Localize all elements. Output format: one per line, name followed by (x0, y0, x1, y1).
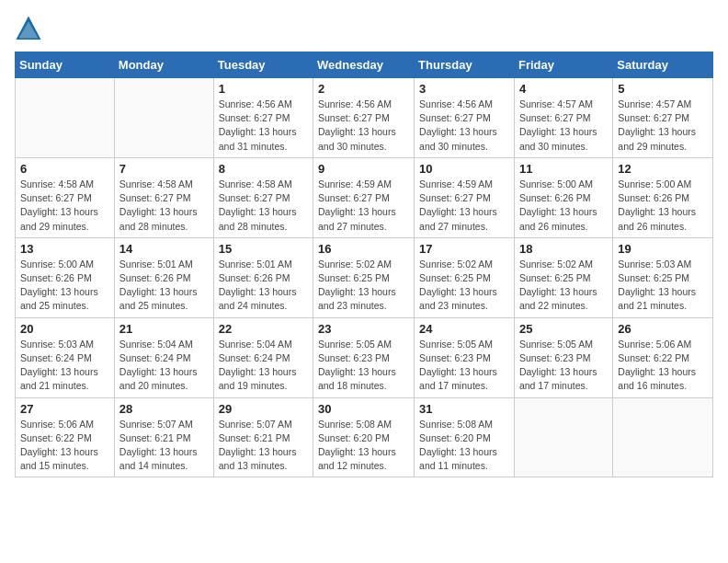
day-number: 9 (318, 162, 409, 176)
day-number: 10 (419, 162, 509, 176)
calendar-week-row: 13Sunrise: 5:00 AM Sunset: 6:26 PM Dayli… (16, 237, 713, 317)
day-number: 7 (119, 162, 209, 176)
calendar-day-cell: 8Sunrise: 4:58 AM Sunset: 6:27 PM Daylig… (213, 157, 313, 237)
day-info: Sunrise: 5:01 AM Sunset: 6:26 PM Dayligh… (119, 258, 209, 314)
calendar-day-cell: 11Sunrise: 5:00 AM Sunset: 6:26 PM Dayli… (514, 157, 612, 237)
calendar-day-cell: 1Sunrise: 4:56 AM Sunset: 6:27 PM Daylig… (213, 78, 313, 158)
day-info: Sunrise: 4:57 AM Sunset: 6:27 PM Dayligh… (519, 98, 608, 154)
day-info: Sunrise: 4:59 AM Sunset: 6:27 PM Dayligh… (318, 178, 409, 234)
weekday-header: Thursday (415, 52, 515, 78)
day-info: Sunrise: 5:07 AM Sunset: 6:21 PM Dayligh… (119, 418, 209, 474)
day-info: Sunrise: 5:08 AM Sunset: 6:20 PM Dayligh… (419, 418, 509, 474)
day-number: 6 (20, 162, 109, 176)
day-number: 29 (219, 402, 308, 416)
day-info: Sunrise: 5:02 AM Sunset: 6:25 PM Dayligh… (318, 258, 409, 314)
day-number: 16 (318, 242, 409, 256)
calendar-table: SundayMondayTuesdayWednesdayThursdayFrid… (15, 52, 713, 477)
day-info: Sunrise: 4:58 AM Sunset: 6:27 PM Dayligh… (219, 178, 308, 234)
day-number: 25 (519, 322, 608, 336)
calendar-day-cell: 9Sunrise: 4:59 AM Sunset: 6:27 PM Daylig… (313, 157, 415, 237)
day-number: 30 (318, 402, 409, 416)
day-number: 23 (318, 322, 409, 336)
day-info: Sunrise: 5:00 AM Sunset: 6:26 PM Dayligh… (519, 178, 608, 234)
calendar-day-cell: 17Sunrise: 5:02 AM Sunset: 6:25 PM Dayli… (415, 237, 515, 317)
calendar-day-cell: 13Sunrise: 5:00 AM Sunset: 6:26 PM Dayli… (16, 237, 115, 317)
day-number: 3 (419, 82, 509, 96)
calendar-day-cell: 18Sunrise: 5:02 AM Sunset: 6:25 PM Dayli… (514, 237, 612, 317)
day-number: 19 (618, 242, 708, 256)
day-number: 17 (419, 242, 509, 256)
day-info: Sunrise: 5:00 AM Sunset: 6:26 PM Dayligh… (20, 258, 109, 314)
day-number: 8 (219, 162, 308, 176)
day-number: 5 (618, 82, 708, 96)
day-info: Sunrise: 4:56 AM Sunset: 6:27 PM Dayligh… (419, 98, 509, 154)
calendar-day-cell (16, 78, 115, 158)
day-info: Sunrise: 5:08 AM Sunset: 6:20 PM Dayligh… (318, 418, 409, 474)
page-header (15, 15, 713, 42)
calendar-week-row: 20Sunrise: 5:03 AM Sunset: 6:24 PM Dayli… (16, 317, 713, 397)
day-info: Sunrise: 5:05 AM Sunset: 6:23 PM Dayligh… (419, 338, 509, 394)
calendar-day-cell (514, 397, 612, 477)
day-number: 18 (519, 242, 608, 256)
calendar-day-cell: 15Sunrise: 5:01 AM Sunset: 6:26 PM Dayli… (213, 237, 313, 317)
day-number: 13 (20, 242, 109, 256)
calendar-day-cell: 30Sunrise: 5:08 AM Sunset: 6:20 PM Dayli… (313, 397, 415, 477)
day-info: Sunrise: 4:58 AM Sunset: 6:27 PM Dayligh… (20, 178, 109, 234)
day-number: 11 (519, 162, 608, 176)
day-number: 20 (20, 322, 109, 336)
calendar-day-cell: 22Sunrise: 5:04 AM Sunset: 6:24 PM Dayli… (213, 317, 313, 397)
day-number: 21 (119, 322, 209, 336)
day-info: Sunrise: 5:02 AM Sunset: 6:25 PM Dayligh… (519, 258, 608, 314)
day-number: 12 (618, 162, 708, 176)
day-info: Sunrise: 5:02 AM Sunset: 6:25 PM Dayligh… (419, 258, 509, 314)
day-info: Sunrise: 4:56 AM Sunset: 6:27 PM Dayligh… (219, 98, 308, 154)
calendar-day-cell: 10Sunrise: 4:59 AM Sunset: 6:27 PM Dayli… (415, 157, 515, 237)
weekday-header: Monday (114, 52, 213, 78)
day-info: Sunrise: 5:04 AM Sunset: 6:24 PM Dayligh… (119, 338, 209, 394)
day-number: 26 (618, 322, 708, 336)
logo (15, 15, 46, 42)
calendar-day-cell: 26Sunrise: 5:06 AM Sunset: 6:22 PM Dayli… (613, 317, 713, 397)
day-number: 15 (219, 242, 308, 256)
calendar-week-row: 6Sunrise: 4:58 AM Sunset: 6:27 PM Daylig… (16, 157, 713, 237)
day-number: 2 (318, 82, 409, 96)
day-info: Sunrise: 4:57 AM Sunset: 6:27 PM Dayligh… (618, 98, 708, 154)
day-info: Sunrise: 5:06 AM Sunset: 6:22 PM Dayligh… (20, 418, 109, 474)
calendar-day-cell: 20Sunrise: 5:03 AM Sunset: 6:24 PM Dayli… (16, 317, 115, 397)
calendar-day-cell: 25Sunrise: 5:05 AM Sunset: 6:23 PM Dayli… (514, 317, 612, 397)
calendar-day-cell: 29Sunrise: 5:07 AM Sunset: 6:21 PM Dayli… (213, 397, 313, 477)
calendar-day-cell: 16Sunrise: 5:02 AM Sunset: 6:25 PM Dayli… (313, 237, 415, 317)
day-number: 31 (419, 402, 509, 416)
calendar-day-cell: 3Sunrise: 4:56 AM Sunset: 6:27 PM Daylig… (415, 78, 515, 158)
calendar-day-cell: 27Sunrise: 5:06 AM Sunset: 6:22 PM Dayli… (16, 397, 115, 477)
calendar-week-row: 27Sunrise: 5:06 AM Sunset: 6:22 PM Dayli… (16, 397, 713, 477)
calendar-day-cell: 4Sunrise: 4:57 AM Sunset: 6:27 PM Daylig… (514, 78, 612, 158)
calendar-day-cell: 6Sunrise: 4:58 AM Sunset: 6:27 PM Daylig… (16, 157, 115, 237)
calendar-day-cell: 24Sunrise: 5:05 AM Sunset: 6:23 PM Dayli… (415, 317, 515, 397)
day-info: Sunrise: 5:05 AM Sunset: 6:23 PM Dayligh… (519, 338, 608, 394)
day-info: Sunrise: 5:05 AM Sunset: 6:23 PM Dayligh… (318, 338, 409, 394)
calendar-day-cell: 23Sunrise: 5:05 AM Sunset: 6:23 PM Dayli… (313, 317, 415, 397)
weekday-header: Sunday (16, 52, 115, 78)
weekday-header: Friday (514, 52, 612, 78)
day-info: Sunrise: 5:06 AM Sunset: 6:22 PM Dayligh… (618, 338, 708, 394)
day-info: Sunrise: 5:04 AM Sunset: 6:24 PM Dayligh… (219, 338, 308, 394)
day-number: 22 (219, 322, 308, 336)
day-info: Sunrise: 5:07 AM Sunset: 6:21 PM Dayligh… (219, 418, 308, 474)
day-info: Sunrise: 5:03 AM Sunset: 6:24 PM Dayligh… (20, 338, 109, 394)
calendar-day-cell: 12Sunrise: 5:00 AM Sunset: 6:26 PM Dayli… (613, 157, 713, 237)
day-info: Sunrise: 4:59 AM Sunset: 6:27 PM Dayligh… (419, 178, 509, 234)
day-number: 1 (219, 82, 308, 96)
calendar-day-cell: 7Sunrise: 4:58 AM Sunset: 6:27 PM Daylig… (114, 157, 213, 237)
calendar-day-cell: 21Sunrise: 5:04 AM Sunset: 6:24 PM Dayli… (114, 317, 213, 397)
calendar-day-cell: 5Sunrise: 4:57 AM Sunset: 6:27 PM Daylig… (613, 78, 713, 158)
calendar-day-cell: 14Sunrise: 5:01 AM Sunset: 6:26 PM Dayli… (114, 237, 213, 317)
calendar-day-cell (613, 397, 713, 477)
day-info: Sunrise: 5:01 AM Sunset: 6:26 PM Dayligh… (219, 258, 308, 314)
calendar-day-cell: 28Sunrise: 5:07 AM Sunset: 6:21 PM Dayli… (114, 397, 213, 477)
weekday-header: Tuesday (213, 52, 313, 78)
day-number: 14 (119, 242, 209, 256)
day-info: Sunrise: 4:56 AM Sunset: 6:27 PM Dayligh… (318, 98, 409, 154)
day-info: Sunrise: 4:58 AM Sunset: 6:27 PM Dayligh… (119, 178, 209, 234)
weekday-header: Wednesday (313, 52, 415, 78)
